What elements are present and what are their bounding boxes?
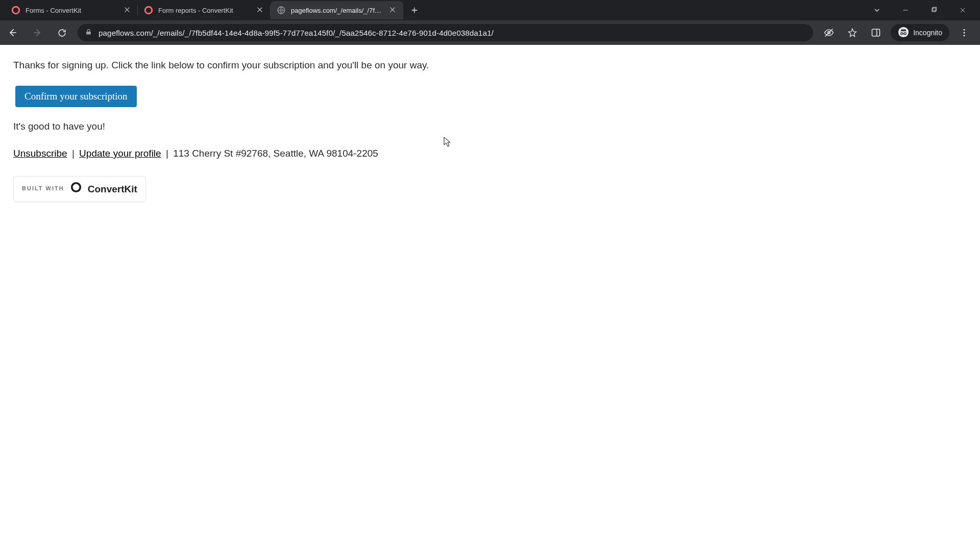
cursor-icon bbox=[444, 137, 451, 147]
incognito-chip[interactable]: Incognito bbox=[891, 24, 949, 41]
incognito-icon bbox=[898, 27, 909, 39]
convertkit-brand: ConvertKit bbox=[88, 182, 137, 196]
intro-text: Thanks for signing up. Click the link be… bbox=[13, 58, 967, 72]
toolbar: pageflows.com/_/emails/_/7fb5df44-14e4-4… bbox=[0, 20, 980, 45]
tab-title: pageflows.com/_/emails/_/7fb5d bbox=[291, 7, 384, 14]
tab-form-reports[interactable]: Form reports - ConvertKit bbox=[138, 1, 271, 19]
window-controls bbox=[860, 2, 980, 18]
svg-point-0 bbox=[12, 7, 19, 14]
minimize-button[interactable] bbox=[897, 2, 914, 18]
tabstrip: Forms - ConvertKit Form reports - Conver… bbox=[0, 0, 980, 20]
url-text: pageflows.com/_/emails/_/7fb5df44-14e4-4… bbox=[99, 29, 806, 37]
reload-button[interactable] bbox=[53, 24, 70, 41]
bookmark-icon[interactable] bbox=[844, 24, 861, 41]
close-window-button[interactable] bbox=[954, 2, 971, 18]
built-with-label: BUILT WITH bbox=[22, 185, 64, 193]
separator: | bbox=[163, 148, 172, 159]
svg-point-12 bbox=[964, 32, 965, 34]
svg-point-11 bbox=[964, 29, 965, 31]
svg-point-13 bbox=[964, 35, 965, 36]
email-body: Thanks for signing up. Click the link be… bbox=[0, 45, 980, 215]
toolbar-right: Incognito bbox=[820, 24, 976, 41]
new-tab-button[interactable] bbox=[407, 3, 422, 17]
address-bar[interactable]: pageflows.com/_/emails/_/7fb5df44-14e4-4… bbox=[78, 24, 813, 41]
built-with-badge[interactable]: BUILT WITH ConvertKit bbox=[13, 176, 146, 203]
close-icon[interactable] bbox=[256, 6, 264, 14]
close-icon[interactable] bbox=[124, 6, 132, 14]
svg-rect-4 bbox=[933, 7, 937, 11]
convertkit-logo-icon bbox=[70, 182, 82, 197]
confirm-subscription-button[interactable]: Confirm your subscription bbox=[15, 86, 137, 107]
kebab-menu-icon[interactable] bbox=[955, 24, 973, 41]
tab-search-button[interactable] bbox=[869, 2, 885, 18]
close-icon[interactable] bbox=[389, 6, 397, 14]
separator: | bbox=[69, 148, 78, 159]
unsubscribe-link[interactable]: Unsubscribe bbox=[13, 148, 67, 159]
svg-point-8 bbox=[898, 27, 909, 37]
forward-button[interactable] bbox=[29, 24, 46, 41]
side-panel-icon[interactable] bbox=[867, 24, 885, 41]
cookie-blocked-icon[interactable] bbox=[820, 24, 838, 41]
convertkit-favicon bbox=[11, 6, 20, 15]
svg-point-1 bbox=[145, 7, 152, 14]
tab-pageflows[interactable]: pageflows.com/_/emails/_/7fb5d bbox=[271, 1, 403, 19]
mailing-address: 113 Cherry St #92768, Seattle, WA 98104-… bbox=[173, 148, 378, 159]
svg-rect-7 bbox=[872, 29, 880, 36]
globe-icon bbox=[277, 6, 286, 15]
back-button[interactable] bbox=[4, 24, 21, 41]
svg-point-14 bbox=[71, 183, 80, 191]
update-profile-link[interactable]: Update your profile bbox=[79, 148, 161, 159]
convertkit-favicon bbox=[144, 6, 153, 15]
incognito-label: Incognito bbox=[913, 29, 942, 37]
tab-forms[interactable]: Forms - ConvertKit bbox=[5, 1, 138, 19]
lock-icon bbox=[85, 28, 92, 37]
svg-rect-5 bbox=[86, 32, 91, 35]
footer-line: Unsubscribe | Update your profile | 113 … bbox=[13, 146, 967, 161]
tab-title: Forms - ConvertKit bbox=[26, 7, 118, 14]
maximize-button[interactable] bbox=[926, 2, 942, 18]
greeting-text: It's good to have you! bbox=[13, 119, 967, 134]
tab-title: Form reports - ConvertKit bbox=[158, 7, 251, 14]
svg-rect-3 bbox=[932, 8, 936, 12]
browser-chrome: Forms - ConvertKit Form reports - Conver… bbox=[0, 0, 980, 45]
